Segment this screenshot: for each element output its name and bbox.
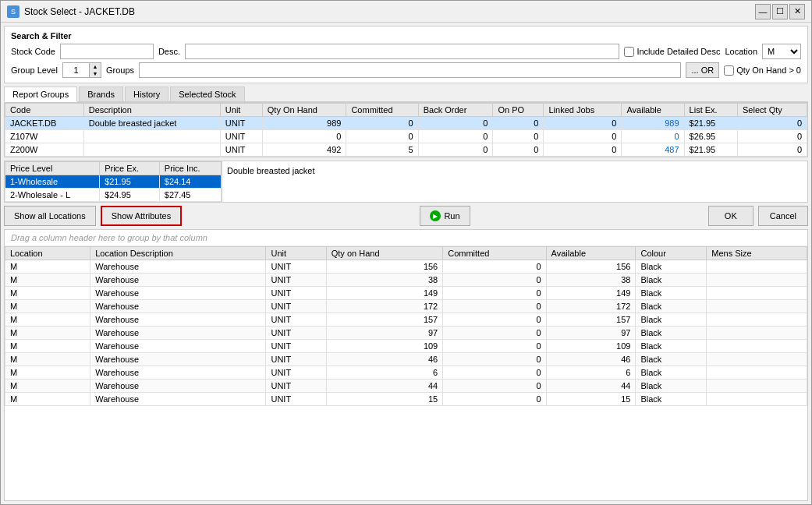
cell-description (83, 130, 220, 143)
cell-on-po: 0 (493, 143, 544, 157)
spin-down-button[interactable]: ▼ (90, 70, 101, 77)
cell-description: Double breasted jacket (83, 117, 220, 130)
cell-qty-on-hand: 492 (262, 143, 346, 157)
tab-history[interactable]: History (125, 87, 168, 101)
list-item[interactable]: M Warehouse UNIT 97 0 97 Black (5, 327, 807, 340)
cell-location-desc: Warehouse (90, 393, 266, 406)
include-detailed-desc-checkbox[interactable]: Include Detailed Desc (624, 47, 720, 57)
group-level-input[interactable] (62, 62, 90, 78)
col-select-qty: Select Qty (738, 104, 807, 117)
table-row[interactable]: Z107W UNIT 0 0 0 0 0 0 $26.95 0 (5, 130, 807, 143)
spin-arrows: ▲ ▼ (90, 62, 101, 78)
cell-code: JACKET.DB (5, 117, 84, 130)
cell-unit: UNIT (266, 353, 326, 366)
cell-select-qty: 0 (738, 130, 807, 143)
col-location-desc: Location Description (90, 247, 266, 260)
list-item[interactable]: M Warehouse UNIT 46 0 46 Black (5, 353, 807, 366)
cell-available: 97 (546, 327, 636, 340)
cell-mens-size (707, 327, 807, 340)
cell-qty-on-hand: 15 (326, 393, 442, 406)
search-filter-section: Search & Filter Stock Code Desc. Include… (4, 26, 808, 83)
cell-unit: UNIT (266, 260, 326, 274)
list-item[interactable]: M Warehouse UNIT 149 0 149 Black (5, 287, 807, 300)
qty-on-hand-checkbox[interactable]: Qty On Hand > 0 (724, 65, 801, 76)
col-committed-lower: Committed (443, 247, 546, 260)
cell-available: 149 (546, 287, 636, 300)
list-item[interactable]: M Warehouse UNIT 109 0 109 Black (5, 340, 807, 353)
list-item[interactable]: M Warehouse UNIT 156 0 156 Black (5, 260, 807, 274)
cell-linked-jobs: 0 (544, 143, 622, 157)
cell-available: 44 (546, 380, 636, 393)
list-item[interactable]: M Warehouse UNIT 38 0 38 Black (5, 274, 807, 287)
cell-unit: UNIT (266, 366, 326, 380)
or-button[interactable]: ... OR (686, 62, 719, 78)
col-available-lower: Available (546, 247, 636, 260)
cell-select-qty: 0 (738, 117, 807, 130)
cell-qty-on-hand: 157 (326, 313, 442, 327)
table-row[interactable]: JACKET.DB Double breasted jacket UNIT 98… (5, 117, 807, 130)
cell-location: M (5, 287, 90, 300)
show-attributes-button[interactable]: Show Attributes (101, 206, 182, 226)
cell-location-desc: Warehouse (90, 353, 266, 366)
cell-price-inc: $24.14 (159, 175, 221, 189)
run-button[interactable]: ▶ Run (420, 206, 470, 226)
lower-table-wrap[interactable]: Location Location Description Unit Qty o… (5, 246, 807, 500)
upper-table-section: Code Description Unit Qty On Hand Commit… (4, 102, 808, 157)
cell-location-desc: Warehouse (90, 340, 266, 353)
cell-available: 156 (546, 260, 636, 274)
app-icon: S (7, 5, 20, 18)
cell-committed: 0 (443, 353, 546, 366)
cell-colour: Black (636, 380, 707, 393)
price-table-row[interactable]: 1-Wholesale $21.95 $24.14 (5, 175, 222, 189)
cell-select-qty: 0 (738, 143, 807, 157)
maximize-button[interactable]: ☐ (772, 4, 788, 19)
close-button[interactable]: ✕ (789, 4, 805, 19)
cell-committed: 0 (443, 366, 546, 380)
cell-available: 109 (546, 340, 636, 353)
col-back-order: Back Order (418, 104, 493, 117)
cell-available: 989 (622, 117, 684, 130)
cell-back-order: 0 (418, 143, 493, 157)
col-price-ex: Price Ex. (100, 162, 160, 175)
tab-report-groups[interactable]: Report Groups (4, 87, 77, 102)
cell-colour: Black (636, 260, 707, 274)
cell-qty-on-hand: 0 (262, 130, 346, 143)
tab-brands[interactable]: Brands (79, 87, 123, 101)
window-title: Stock Select - JACKET.DB (24, 6, 135, 17)
groups-input[interactable] (139, 62, 681, 78)
cell-mens-size (707, 340, 807, 353)
cell-location: M (5, 380, 90, 393)
list-item[interactable]: M Warehouse UNIT 172 0 172 Black (5, 300, 807, 313)
cancel-button[interactable]: Cancel (758, 206, 808, 226)
price-table-row[interactable]: 2-Wholesale - L $24.95 $27.45 (5, 189, 222, 202)
cell-unit: UNIT (266, 300, 326, 313)
location-dropdown[interactable]: M A B (762, 44, 801, 59)
table-row[interactable]: Z200W UNIT 492 5 0 0 0 487 $21.95 0 (5, 143, 807, 157)
desc-input[interactable] (185, 44, 619, 59)
stock-code-input[interactable] (60, 44, 154, 59)
list-item[interactable]: M Warehouse UNIT 44 0 44 Black (5, 380, 807, 393)
desc-panel-text: Double breasted jacket (227, 166, 315, 175)
cell-committed: 0 (443, 274, 546, 287)
cell-committed: 0 (443, 313, 546, 327)
ok-button[interactable]: OK (708, 206, 753, 226)
cell-unit: UNIT (266, 313, 326, 327)
show-all-locations-button[interactable]: Show all Locations (4, 206, 96, 226)
cell-on-po: 0 (493, 130, 544, 143)
list-item[interactable]: M Warehouse UNIT 6 0 6 Black (5, 366, 807, 380)
cell-location: M (5, 366, 90, 380)
cell-code: Z107W (5, 130, 84, 143)
list-item[interactable]: M Warehouse UNIT 15 0 15 Black (5, 393, 807, 406)
cell-location: M (5, 327, 90, 340)
cell-mens-size (707, 260, 807, 274)
tab-selected-stock[interactable]: Selected Stock (170, 87, 244, 101)
list-item[interactable]: M Warehouse UNIT 157 0 157 Black (5, 313, 807, 327)
col-unit: Unit (220, 104, 262, 117)
spin-up-button[interactable]: ▲ (90, 63, 101, 70)
cell-committed: 0 (443, 393, 546, 406)
lower-section: Drag a column header here to group by th… (4, 229, 808, 501)
cell-location-desc: Warehouse (90, 287, 266, 300)
cell-location: M (5, 260, 90, 274)
minimize-button[interactable]: — (755, 4, 771, 19)
col-mens-size: Mens Size (707, 247, 807, 260)
